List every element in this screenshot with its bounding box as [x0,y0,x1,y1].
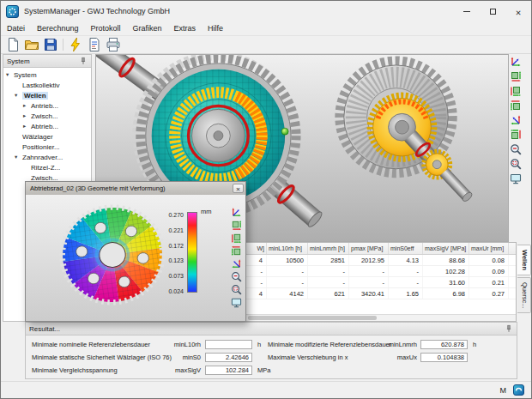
report-button[interactable] [85,37,104,53]
expander-icon[interactable] [23,123,31,130]
result-value-field[interactable]: 620.878 [420,340,468,349]
tree-item-system[interactable]: System [3,70,91,80]
view-isometric-icon[interactable] [231,207,242,218]
table-row[interactable]: 4 10500 2851 2012.95 4.13 88.68 0.08 [246,255,516,266]
deformation-view-controls [231,207,242,308]
view-front-icon[interactable] [510,70,522,82]
printer-icon [106,37,121,52]
minimize-button[interactable] [454,1,480,21]
expander-icon[interactable] [23,102,31,109]
col-header-minl10rh[interactable]: minL10rh [h] [267,243,308,254]
menu-protokoll[interactable]: Protokoll [85,21,127,36]
col-header-maxsigv[interactable]: maxSigV [MPa] [423,243,469,254]
shaft-results-table: W] minL10rh [h] minLnmrh [h] pmax [MPa] … [245,242,517,322]
tree-item-positionierung[interactable]: Positionier... [3,142,91,152]
result-symbol: minS0 [146,352,201,363]
screenshot-icon[interactable] [510,172,522,184]
results-panel: Resultat... Minimale nominelle Referenzl… [25,322,517,379]
expander-icon[interactable] [23,112,31,119]
new-file-button[interactable] [3,37,22,53]
expander-icon[interactable] [15,154,22,160]
view-top-icon[interactable] [510,100,522,112]
col-header-mins0eff[interactable]: minS0eff [389,243,423,254]
view-front-icon[interactable] [231,220,242,231]
horizontal-scrollbar[interactable] [246,314,516,321]
close-button[interactable] [505,1,531,21]
zoom-window-icon[interactable] [510,158,522,170]
scrollbar-thumb[interactable] [248,316,377,320]
result-value-field[interactable]: 2.42646 [205,353,252,362]
col-header-power[interactable]: W] [246,243,267,254]
view-isometric-icon[interactable] [510,56,522,68]
menu-grafiken[interactable]: Grafiken [127,21,168,36]
view-back-icon[interactable] [231,258,242,269]
open-folder-icon [24,37,39,52]
lightning-icon [68,37,83,52]
toolbar [1,36,531,54]
table-row[interactable]: 4 4142 621 3420.41 1.65 6.98 0.27 [246,288,516,299]
print-button[interactable] [104,37,123,53]
expander-icon[interactable] [6,71,14,78]
deformation-window[interactable]: Abtriebsrad_02 (3D Geometrie mit Verform… [25,181,246,322]
table-row[interactable]: - - - - - 31.60 0.21 [246,277,516,288]
menu-hilfe[interactable]: Hilfe [202,21,229,36]
tab-wellen[interactable]: Wellen [517,245,531,275]
maximize-button[interactable] [480,1,505,21]
deformation-view[interactable]: 0.270 0.221 0.172 0.123 0.073 0.024 mm [26,195,245,321]
view-top-icon[interactable] [231,245,242,257]
result-symbol: minLnmrh [366,339,417,350]
zoom-icon[interactable] [231,271,242,282]
title-bar[interactable]: SystemManager - GWJ Technology GmbH [1,1,531,21]
tree-item-zahnradverbindungen[interactable]: Zahnradver... [3,152,91,162]
tree-item-ritzel[interactable]: Ritzel-Z... [3,162,91,172]
zoom-icon[interactable] [510,143,522,155]
expander-icon[interactable] [15,92,22,99]
tab-querschnitte[interactable]: Quersc... [517,277,531,313]
tree-item-lastkollektiv[interactable]: Lastkollektiv [3,80,91,90]
open-button[interactable] [22,37,41,53]
legend-value: 0.221 [154,227,184,233]
close-icon[interactable] [233,184,244,193]
tree-panel-header: System [3,55,91,68]
window-title: SystemManager - GWJ Technology GmbH [24,7,170,15]
view-side-icon[interactable] [510,85,522,97]
result-value-field[interactable]: 102.284 [205,366,252,375]
view-side-icon[interactable] [231,233,242,244]
zoom-window-icon[interactable] [231,284,242,295]
status-indicator: M [500,386,507,395]
view-back-icon[interactable] [510,114,522,126]
legend-value: 0.073 [154,273,184,279]
tree-item-antrieb[interactable]: Antrieb... [3,100,91,111]
legend-value: 0.270 [154,212,184,218]
results-panel-header: Resultat... [26,323,517,336]
legend-value: 0.024 [154,288,184,294]
new-file-icon [5,37,21,52]
screenshot-icon[interactable] [231,297,242,308]
col-header-maxur[interactable]: maxUr [mm] [469,243,509,254]
pin-icon[interactable] [505,324,513,333]
right-tab-strip: Wellen Quersc... [517,245,531,313]
result-value-field[interactable] [205,340,252,349]
tree-item-zwischenwelle[interactable]: Zwisch... [3,111,91,121]
menu-datei[interactable]: Datei [1,21,31,36]
result-unit: MPa [257,365,270,376]
tree-item-waelzlager[interactable]: Wälzlager [3,131,91,142]
legend-unit: mm [201,208,212,215]
pin-icon[interactable] [79,57,88,65]
calculate-button[interactable] [66,37,85,53]
deformation-window-titlebar[interactable]: Abtriebsrad_02 (3D Geometrie mit Verform… [26,182,245,195]
menu-extras[interactable]: Extras [168,21,203,36]
results-body: Minimale nominelle Referenzlebensdauer m… [26,336,517,378]
menu-berechnung[interactable]: Berechnung [31,21,85,36]
col-header-pmax[interactable]: pmax [MPa] [349,243,389,254]
col-header-minlnmrh[interactable]: minLnmrh [h] [308,243,349,254]
legend-value: 0.172 [154,243,184,249]
result-symbol: maxSigV [146,365,201,376]
table-row[interactable]: - - - - - 102.28 0.09 [246,266,516,277]
eassistant-icon[interactable] [513,384,524,396]
result-value-field[interactable]: 0.104838 [420,353,468,362]
save-button[interactable] [41,37,60,53]
tree-item-abtrieb[interactable]: Abtrieb... [3,121,91,131]
tree-item-wellen[interactable]: Wellen [3,90,91,100]
view-bottom-icon[interactable] [510,129,522,141]
